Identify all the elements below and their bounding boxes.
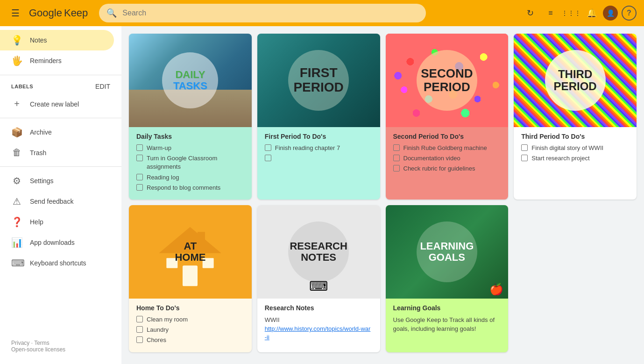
apps-button[interactable]: ⋮⋮⋮	[562, 4, 580, 22]
fp-circle: FIRSTPERIOD	[288, 50, 349, 111]
checkbox[interactable]	[265, 155, 271, 161]
labels-title: LABELS	[11, 84, 33, 89]
list-view-button[interactable]: ≡	[541, 4, 560, 22]
help-button[interactable]: ?	[622, 6, 637, 21]
labels-edit-button[interactable]: EDIT	[95, 83, 110, 90]
sidebar-divider-1	[0, 75, 121, 75]
svg-rect-2	[183, 265, 198, 286]
checkbox[interactable]	[136, 326, 143, 333]
refresh-button[interactable]: ↻	[521, 4, 539, 22]
search-input[interactable]	[122, 9, 418, 17]
note-title-learning: Learning Goals	[393, 304, 501, 312]
checkbox[interactable]	[393, 144, 400, 151]
sidebar-item-app-downloads[interactable]: 📊 App downloads	[0, 232, 114, 253]
labels-section-header: LABELS EDIT	[0, 79, 121, 94]
note-title-first-period: First Period To Do's	[265, 133, 373, 140]
apps-icon: ⋮⋮⋮	[561, 10, 581, 16]
sidebar-item-feedback[interactable]: ⚠ Send feedback	[0, 191, 114, 212]
note-title-second-period: Second Period To Do's	[393, 133, 501, 140]
note-body-daily-tasks: Daily Tasks Warm-up Turn in Google Class…	[129, 127, 252, 200]
help-sidebar-icon: ❓	[11, 216, 22, 228]
refresh-icon: ↻	[527, 8, 534, 18]
list-item: Turn in Google Classroom assignments	[136, 154, 244, 171]
sidebar-item-settings[interactable]: ⚙ Settings	[0, 171, 114, 191]
note-body-at-home: Home To Do's Clean my room Laundry Chore…	[129, 299, 252, 352]
note-image-second-period: SECONDPERIOD	[386, 34, 509, 127]
note-card-learning-goals[interactable]: LEARNINGGOALS 🍎 Learning Goals Use Googl…	[386, 205, 509, 352]
research-text: RESEARCHNOTES	[290, 241, 347, 263]
note-card-second-period[interactable]: SECONDPERIOD Second Period To Do's Finis…	[386, 34, 509, 200]
main-layout: 💡 Notes 🖐 Reminders LABELS EDIT + Create…	[0, 26, 644, 364]
note-card-third-period[interactable]: THIRDPERIOD Third Period To Do's Finish …	[514, 34, 637, 200]
checkbox[interactable]	[136, 184, 143, 191]
checkbox[interactable]	[136, 336, 143, 343]
note-card-first-period[interactable]: FIRSTPERIOD First Period To Do's Finish …	[257, 34, 380, 200]
books-icon: 🍎	[489, 283, 503, 296]
logo-keep: Keep	[64, 7, 88, 19]
note-image-first-period: FIRSTPERIOD	[257, 34, 380, 127]
note-body-second-period: Second Period To Do's Finish Rube Goldbe…	[386, 127, 509, 181]
note-body-learning: Learning Goals Use Google Keep to Track …	[386, 299, 509, 339]
note-card-research[interactable]: RESEARCHNOTES ⌨ Research Notes WWII http…	[257, 205, 380, 352]
sidebar-item-keyboard[interactable]: ⌨ Keyboard shortcuts	[0, 253, 114, 273]
notes-area: DAILYTASKS Daily Tasks Warm-up Turn in G…	[121, 26, 644, 364]
list-item: Finish digital story of WWII	[521, 144, 629, 152]
notifications-button[interactable]: 🔔	[582, 4, 601, 22]
note-title-daily-tasks: Daily Tasks	[136, 133, 244, 140]
sidebar-label-feedback: Send feedback	[30, 198, 73, 205]
search-bar[interactable]: 🔍	[99, 4, 426, 22]
sidebar-item-trash[interactable]: 🗑 Trash	[0, 143, 114, 163]
sidebar-divider-2	[0, 118, 121, 118]
note-card-at-home[interactable]: AT HOME Home To Do's Clean my room Laund…	[129, 205, 252, 352]
sidebar-label-help: Help	[30, 218, 43, 226]
checkbox[interactable]	[393, 155, 400, 161]
sidebar-item-reminders[interactable]: 🖐 Reminders	[0, 50, 114, 71]
list-item: Reading log	[136, 173, 244, 182]
trash-icon: 🗑	[11, 147, 22, 158]
sidebar-label-notes: Notes	[30, 36, 47, 44]
sidebar-footer: Privacy · Terms Open-source licenses	[0, 332, 121, 360]
note-checklist-daily-tasks: Warm-up Turn in Google Classroom assignm…	[136, 144, 244, 192]
privacy-link[interactable]: Privacy	[11, 340, 29, 346]
sidebar-label-downloads: App downloads	[30, 239, 75, 246]
list-item: Finish Rube Goldberg machine	[393, 144, 501, 152]
checkbox[interactable]	[265, 144, 271, 151]
search-icon: 🔍	[106, 8, 117, 18]
dt-circle: DAILYTASKS	[162, 52, 218, 108]
checkbox[interactable]	[136, 316, 143, 322]
note-card-daily-tasks[interactable]: DAILYTASKS Daily Tasks Warm-up Turn in G…	[129, 34, 252, 200]
checkbox[interactable]	[136, 174, 143, 180]
checkbox[interactable]	[136, 155, 143, 161]
sidebar-item-archive[interactable]: 📦 Archive	[0, 122, 114, 143]
sidebar-item-help[interactable]: ❓ Help	[0, 212, 114, 232]
sidebar-item-create-label[interactable]: + Create new label	[0, 94, 121, 114]
archive-icon: 📦	[11, 127, 22, 138]
note-image-learning: LEARNINGGOALS 🍎	[386, 205, 509, 299]
avatar[interactable]: 👤	[603, 6, 618, 21]
sp-circle: SECONDPERIOD	[417, 50, 477, 111]
lightbulb-icon: 💡	[11, 35, 22, 46]
research-link[interactable]: http://www.history.com/topics/world-war-…	[265, 325, 371, 341]
list-item: Laundry	[136, 326, 244, 334]
note-body-research: Research Notes WWII http://www.history.c…	[257, 299, 380, 347]
menu-icon[interactable]: ☰	[7, 4, 23, 22]
sidebar-label-archive: Archive	[30, 128, 52, 136]
sidebar-item-notes[interactable]: 💡 Notes	[0, 30, 114, 50]
lg-text: LEARNINGGOALS	[420, 241, 474, 263]
avatar-icon: 👤	[607, 9, 615, 17]
note-checklist-third-period: Finish digital story of WWII Start resea…	[521, 144, 629, 163]
checkbox[interactable]	[136, 144, 143, 151]
checkbox[interactable]	[521, 155, 528, 161]
terms-link[interactable]: Terms	[34, 340, 50, 346]
open-source-link[interactable]: Open-source licenses	[11, 346, 65, 353]
dt-text: DAILYTASKS	[173, 69, 207, 92]
note-checklist-second-period: Finish Rube Goldberg machine Documentati…	[393, 144, 501, 173]
sidebar-label-new-label: Create new label	[30, 100, 79, 108]
checkbox[interactable]	[521, 144, 528, 151]
at-home-line2: HOME	[175, 252, 205, 263]
logo-google: Google	[29, 7, 62, 19]
note-image-at-home: AT HOME	[129, 205, 252, 299]
checkbox[interactable]	[393, 165, 400, 171]
note-body-third-period: Third Period To Do's Finish digital stor…	[514, 127, 637, 170]
fp-text: FIRSTPERIOD	[293, 66, 343, 95]
